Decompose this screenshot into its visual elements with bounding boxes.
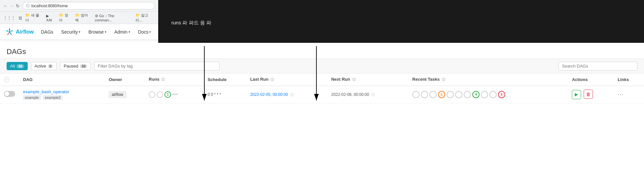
full-page: ← → ↻ ⓘ localhost:8080/home ⋮⋮⋮ 앱 📁 새 폴더… [0, 0, 644, 170]
th-toggle: ○ [0, 73, 19, 86]
dark-background [158, 0, 644, 43]
forward-button[interactable]: → [10, 3, 14, 9]
th-last-run: Last Run ⓘ [246, 73, 327, 86]
task-circle-empty8 [489, 91, 497, 98]
bookmark-algo[interactable]: 📁 알고리... [135, 13, 155, 23]
back-button[interactable]: ← [3, 3, 8, 9]
run-circle-empty2 [157, 91, 163, 98]
security-dropdown-icon: ▾ [79, 30, 80, 34]
dag-name-cell: example_bash_operator example example2 [19, 86, 105, 103]
dag-last-run-cell: 2022-02-05, 00:00:00 ⓘ [246, 86, 327, 103]
svg-marker-2 [10, 33, 12, 35]
more-links[interactable]: ··· [618, 92, 624, 97]
svg-marker-4 [6, 30, 8, 32]
dag-links-cell: ··· [614, 86, 644, 103]
filter-all-button[interactable]: All 30 [7, 62, 28, 70]
address-bar-text[interactable]: localhost:8080/home [31, 4, 68, 8]
task-circle-failed: 2 [498, 91, 505, 98]
task-circle-success: 4 [472, 91, 480, 98]
next-run-text: 2022-02-08, 00:00:00 [331, 92, 369, 97]
nav-dags[interactable]: DAGs [40, 25, 54, 39]
task-circle-empty4 [447, 91, 454, 98]
filter-paused-button[interactable]: Paused 30 [60, 62, 91, 70]
tag-filter-input[interactable] [94, 62, 220, 71]
task-circle-empty2 [421, 91, 428, 98]
dag-owner-cell: airflow [105, 86, 145, 103]
svg-marker-1 [11, 30, 14, 32]
page-title: DAGs [7, 47, 637, 56]
th-next-run: Next Run ⓘ [327, 73, 408, 86]
active-count-badge: 0 [48, 64, 53, 68]
bookmark-english[interactable]: 📁 영어 [59, 13, 72, 23]
apps-icon: ⋮⋮⋮ [3, 15, 15, 20]
last-run-info: ⓘ [290, 93, 294, 97]
task-circle-empty3 [429, 91, 437, 98]
dag-tag-example2[interactable]: example2 [43, 95, 63, 100]
bookmark-apps[interactable]: 앱 [18, 15, 22, 20]
filter-bar: All 30 Active 0 Paused 30 [0, 59, 644, 73]
airflow-brand-text: Airflow [16, 29, 34, 35]
airflow-logo[interactable]: Airflow [5, 28, 34, 36]
docs-dropdown-icon: ▾ [149, 30, 151, 34]
th-actions: Actions [568, 73, 614, 86]
th-dag: DAG [19, 73, 105, 86]
dag-next-run-cell: 2022-02-08, 00:00:00 ⓘ [327, 86, 408, 103]
dag-content-area: DAGs All 30 Active 0 Paused 30 [0, 43, 644, 103]
nav-docs[interactable]: Docs ▾ [137, 25, 152, 39]
th-runs: Runs ⓘ [145, 73, 203, 86]
nav-admin[interactable]: Admin ▾ [114, 25, 131, 39]
admin-dropdown-icon: ▾ [129, 30, 130, 34]
all-count-badge: 30 [16, 64, 24, 68]
dags-table: ○ DAG Owner Runs ⓘ Schedule [0, 73, 644, 103]
dag-toggle-cell [0, 86, 19, 103]
th-links: Links [614, 73, 644, 86]
schedule-text: 0 0 * * * [208, 92, 221, 97]
bookmark-youtube[interactable]: ▶ XAI [46, 14, 56, 22]
owner-badge: airflow [109, 91, 126, 98]
annotation-text: runs 파 파드 응 파 [171, 20, 211, 26]
dag-name-link[interactable]: example_bash_operator [23, 89, 69, 94]
nav-security[interactable]: Security ▾ [61, 25, 81, 39]
next-run-info: ⓘ [371, 93, 375, 97]
dag-schedule-cell: 0 0 * * * [204, 86, 246, 103]
svg-marker-5 [9, 28, 10, 31]
last-run-info-icon: ⓘ [271, 78, 274, 81]
svg-point-6 [9, 31, 11, 33]
task-circle-empty6 [464, 91, 471, 98]
refresh-button[interactable]: ↻ [16, 3, 20, 9]
run-dag-button[interactable]: ▶ [572, 90, 581, 99]
th-schedule: Schedule [204, 73, 246, 86]
dag-runs-cell: 1 ••• [145, 86, 203, 103]
next-run-info-icon: ⓘ [352, 78, 356, 81]
bookmark-folder[interactable]: 📁 새 폴더 [25, 13, 43, 23]
filter-active-button[interactable]: Active 0 [31, 62, 57, 70]
dag-toggle-switch[interactable] [4, 91, 15, 97]
security-icon: ⓘ [26, 3, 30, 8]
paused-count-badge: 30 [80, 64, 87, 68]
runs-info-icon: ⓘ [161, 78, 165, 81]
table-row: example_bash_operator example example2 a… [0, 86, 644, 103]
run-circle-success: 1 [164, 91, 171, 98]
search-dags-input[interactable] [558, 62, 637, 71]
run-circle-empty1 [149, 91, 155, 98]
dag-recent-tasks-cell: 1 4 2 [408, 86, 568, 103]
browse-dropdown-icon: ▾ [105, 30, 106, 34]
task-circle-empty1 [412, 91, 420, 98]
bookmark-mom[interactable]: 📁 엄마백 [75, 13, 92, 23]
last-run-link[interactable]: 2022-02-05, 00:00:00 [250, 92, 288, 97]
recent-tasks-info-icon: ⓘ [442, 78, 445, 81]
dag-tag-example[interactable]: example [23, 95, 41, 100]
nav-browse[interactable]: Browse ▾ [88, 25, 107, 39]
delete-dag-button[interactable]: 🗑 [584, 90, 593, 99]
dag-actions-cell: ▶ 🗑 [568, 86, 614, 103]
th-owner: Owner [105, 73, 145, 86]
svg-marker-3 [7, 33, 9, 35]
page-header: DAGs [0, 43, 644, 59]
airflow-logo-icon [5, 28, 14, 36]
task-circle-empty5 [455, 91, 462, 98]
task-circle-empty7 [481, 91, 488, 98]
browser-window: ← → ↻ ⓘ localhost:8080/home ⋮⋮⋮ 앱 📁 새 폴더… [0, 0, 158, 40]
bookmark-go[interactable]: ⚙ Go :: The comman... [95, 14, 132, 22]
task-circle-queued: 1 [438, 91, 445, 98]
run-dots: ••• [172, 92, 178, 97]
